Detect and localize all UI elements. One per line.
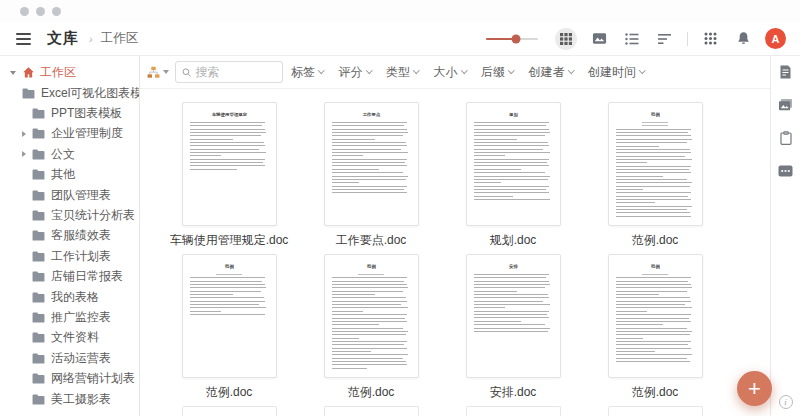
- sidebar-item[interactable]: 我的表格: [0, 287, 139, 307]
- document-name[interactable]: 安排.doc: [490, 385, 537, 399]
- document-item[interactable]: 范例范例.doc: [584, 254, 726, 399]
- sidebar-item-label: 我的表格: [51, 289, 99, 306]
- filter-dropdown[interactable]: 创建者: [529, 64, 574, 81]
- document-item-partial[interactable]: [158, 406, 300, 416]
- filter-toolbar: 标签评分类型大小后缀创建者创建时间: [140, 56, 770, 89]
- document-thumbnail[interactable]: 范例: [324, 254, 419, 378]
- more-panel-icon[interactable]: [778, 163, 794, 179]
- notifications-button[interactable]: [732, 28, 754, 50]
- thumbnail-size-slider[interactable]: [486, 32, 538, 46]
- sidebar-item[interactable]: Excel可视化图表模板: [0, 83, 139, 103]
- hierarchy-view-button[interactable]: [147, 66, 169, 79]
- sidebar-item-workspace-root[interactable]: 工作区: [0, 62, 139, 83]
- document-name[interactable]: 车辆使用管理规定.doc: [170, 233, 289, 247]
- document-item[interactable]: 车辆使用管理规定车辆使用管理规定.doc: [158, 102, 300, 247]
- sidebar-item[interactable]: 美工摄影表: [0, 389, 139, 409]
- document-thumbnail[interactable]: 工作要点: [324, 102, 419, 226]
- menu-icon[interactable]: [16, 33, 31, 45]
- document-thumbnail[interactable]: 范例: [608, 102, 703, 226]
- document-item[interactable]: 范例范例.doc: [584, 102, 726, 247]
- document-grid-next-row: [158, 406, 770, 416]
- document-item[interactable]: 安排安排.doc: [442, 254, 584, 399]
- document-item-partial[interactable]: [442, 406, 584, 416]
- document-item[interactable]: 规划规划.doc: [442, 102, 584, 247]
- document-name[interactable]: 工作要点.doc: [336, 233, 407, 247]
- thumbnail-page-title: 范例: [349, 264, 392, 267]
- document-thumbnail[interactable]: [324, 406, 419, 416]
- sidebar-item-label: 美工摄影表: [51, 391, 111, 408]
- sidebar-item[interactable]: 文件资料: [0, 328, 139, 348]
- collapse-caret-icon[interactable]: [10, 71, 16, 75]
- document-name[interactable]: 范例.doc: [632, 385, 679, 399]
- sidebar-item[interactable]: 推广监控表: [0, 307, 139, 327]
- sidebar-item[interactable]: 活动运营表: [0, 348, 139, 368]
- search-box[interactable]: [175, 61, 283, 83]
- document-thumbnail[interactable]: 安排: [466, 254, 561, 378]
- view-compact-button[interactable]: [654, 28, 676, 50]
- slider-handle[interactable]: [512, 34, 521, 43]
- sidebar-item[interactable]: PPT图表模板: [0, 103, 139, 123]
- document-thumbnail[interactable]: [182, 406, 277, 416]
- folder-icon: [32, 108, 45, 119]
- document-panel-icon[interactable]: [778, 64, 794, 80]
- document-name[interactable]: 范例.doc: [348, 385, 395, 399]
- view-gallery-button[interactable]: [588, 28, 610, 50]
- filter-dropdown[interactable]: 大小: [434, 64, 467, 81]
- sidebar-item[interactable]: 店铺日常报表: [0, 267, 139, 287]
- sidebar-item[interactable]: 客服绩效表: [0, 226, 139, 246]
- window-control-dot[interactable]: [36, 7, 45, 16]
- document-thumbnail[interactable]: 车辆使用管理规定: [182, 102, 277, 226]
- filter-dropdown[interactable]: 后缀: [481, 64, 514, 81]
- sidebar-item[interactable]: 公文: [0, 144, 139, 164]
- window-chrome-bar: [0, 0, 800, 22]
- folder-icon: [32, 332, 45, 343]
- filter-dropdown[interactable]: 类型: [386, 64, 419, 81]
- sidebar-item-label: 企业管理制度: [51, 125, 123, 142]
- app-header: 文库 › 工作区: [0, 22, 800, 56]
- document-thumbnail[interactable]: 范例: [608, 254, 703, 378]
- image-panel-icon[interactable]: [778, 97, 794, 113]
- sidebar-item[interactable]: 企业管理制度: [0, 124, 139, 144]
- chevron-down-icon: [366, 67, 372, 73]
- apps-grid-button[interactable]: [699, 28, 721, 50]
- filter-dropdown[interactable]: 标签: [291, 64, 324, 81]
- document-item-partial[interactable]: [584, 406, 726, 416]
- folder-icon: [32, 373, 45, 384]
- view-grid-button[interactable]: [555, 28, 577, 50]
- document-name[interactable]: 范例.doc: [206, 385, 253, 399]
- avatar[interactable]: A: [765, 28, 786, 49]
- document-item[interactable]: 工作要点工作要点.doc: [300, 102, 442, 247]
- view-list-button[interactable]: [621, 28, 643, 50]
- document-name[interactable]: 范例.doc: [632, 233, 679, 247]
- search-input[interactable]: [195, 65, 276, 79]
- document-thumbnail[interactable]: [608, 406, 703, 416]
- expand-caret-icon[interactable]: [22, 151, 32, 157]
- document-thumbnail[interactable]: 范例: [182, 254, 277, 378]
- add-document-fab[interactable]: +: [737, 371, 772, 406]
- info-icon[interactable]: i: [779, 395, 793, 409]
- sidebar-item[interactable]: 网络营销计划表: [0, 368, 139, 388]
- filter-dropdown[interactable]: 创建时间: [588, 64, 645, 81]
- document-item[interactable]: 范例范例.doc: [300, 254, 442, 399]
- document-thumbnail[interactable]: [466, 406, 561, 416]
- window-control-dot[interactable]: [20, 7, 29, 16]
- window-control-dot[interactable]: [52, 7, 61, 16]
- sidebar-item[interactable]: 其他: [0, 165, 139, 185]
- filter-dropdown[interactable]: 评分: [339, 64, 372, 81]
- document-thumbnail[interactable]: 规划: [466, 102, 561, 226]
- folder-icon: [22, 88, 35, 99]
- document-name[interactable]: 规划.doc: [490, 233, 537, 247]
- sidebar-item[interactable]: 宝贝统计分析表: [0, 205, 139, 225]
- thumbnail-page-title: 范例: [633, 264, 676, 267]
- breadcrumb-current[interactable]: 工作区: [101, 30, 139, 47]
- header-divider: [687, 32, 688, 46]
- document-item[interactable]: 范例范例.doc: [158, 254, 300, 399]
- bell-icon: [736, 31, 751, 46]
- folder-icon: [32, 353, 45, 364]
- folder-icon: [32, 149, 45, 160]
- sidebar-item[interactable]: 团队管理表: [0, 185, 139, 205]
- clipboard-panel-icon[interactable]: [778, 130, 794, 146]
- sidebar-item[interactable]: 工作计划表: [0, 246, 139, 266]
- expand-caret-icon[interactable]: [22, 131, 32, 137]
- document-item-partial[interactable]: [300, 406, 442, 416]
